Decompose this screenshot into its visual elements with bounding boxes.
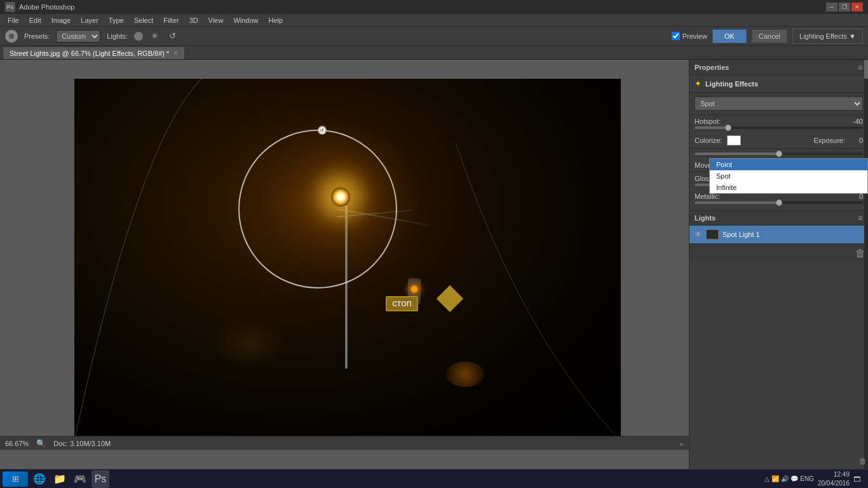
menu-view[interactable]: View <box>203 15 229 25</box>
light-source[interactable] <box>331 187 350 207</box>
canvas-statusbar: 66.67% 🔍 Doc: 3.10M/3.10M ⬦ <box>0 436 689 450</box>
ok-button[interactable]: OK <box>712 29 747 43</box>
document-tab[interactable]: Street Lights.jpg @ 66.7% (Light Effects… <box>3 46 185 59</box>
lighting-effects-header: ✦ Lighting Effects <box>689 75 868 93</box>
light-handle[interactable]: ↺ <box>318 126 327 135</box>
metallic-thumb[interactable] <box>776 200 782 206</box>
canvas-area[interactable]: ↺ СТОП 66.67% 🔍 <box>0 60 689 469</box>
panel-scrollbar[interactable] <box>864 60 868 469</box>
hotspot-label-row: Hotspot: -40 <box>695 118 863 125</box>
orange-glow <box>446 362 484 387</box>
titlebar: Ps Adobe Photoshop ─ ❐ ✕ <box>0 0 868 14</box>
refresh-icon[interactable]: ↺ <box>167 30 179 42</box>
menu-select[interactable]: Select <box>129 15 159 25</box>
taskbar-network-icon[interactable]: 📶 <box>771 475 779 482</box>
taskbar-explorer-icon[interactable]: 📁 <box>51 470 69 488</box>
photo-canvas[interactable]: ↺ СТОП <box>74 79 621 441</box>
hotspot-track[interactable] <box>695 126 863 129</box>
stop-sign: СТОП <box>386 296 418 311</box>
presets-select[interactable]: Custom <box>56 30 100 43</box>
tool-icon <box>5 30 18 43</box>
menu-layer[interactable]: Layer <box>76 15 104 25</box>
lighting-effects-dropdown-area: Lighting Effects ▼ <box>792 29 863 44</box>
taskbar-up-arrow[interactable]: △ <box>764 475 770 482</box>
light-circle[interactable] <box>238 130 397 288</box>
recycle-bin-icon[interactable]: 🗑 <box>859 457 867 466</box>
dropdown-option-infinite[interactable]: Infinite <box>710 182 867 193</box>
start-button[interactable]: ⊞ <box>3 471 28 487</box>
main-area: ↺ СТОП 66.67% 🔍 <box>0 60 868 469</box>
metallic-track[interactable] <box>695 201 863 204</box>
light-item-1[interactable]: 👁 Spot Light 1 <box>689 226 868 243</box>
preview-checkbox-area[interactable]: Preview <box>672 32 707 40</box>
tabbar: Street Lights.jpg @ 66.7% (Light Effects… <box>0 46 868 60</box>
menu-3d[interactable]: 3D <box>184 15 203 25</box>
color-swatch[interactable] <box>727 135 741 146</box>
taskbar-photoshop-icon[interactable]: Ps <box>92 470 109 488</box>
taskbar-browser-icon[interactable]: 🌐 <box>31 470 48 488</box>
optionsbar: Presets: Custom Lights: ✳ ↺ Preview OK C… <box>0 27 868 46</box>
taskbar-app3-icon[interactable]: 🎮 <box>71 470 89 488</box>
exposure-value: 0 <box>850 137 863 144</box>
taskbar-notification-icon[interactable]: 🗖 <box>853 475 860 483</box>
canvas-wrapper: ↺ СТОП <box>6 66 689 469</box>
taskbar-right-area: △ 📶 🔊 💬 ENG 12:49 20/04/2016 🗖 <box>764 470 865 488</box>
zoom-level: 66.67% <box>5 440 29 447</box>
sun-icon: ✦ <box>695 79 702 88</box>
menu-edit[interactable]: Edit <box>24 15 46 25</box>
minimize-button[interactable]: ─ <box>826 3 837 11</box>
menu-help[interactable]: Help <box>264 15 288 25</box>
taskbar: ⊞ 🌐 📁 🎮 Ps △ 📶 🔊 💬 ENG 12:49 20/04/2016 … <box>0 469 868 488</box>
taskbar-time-value: 12:49 <box>818 470 850 479</box>
hotspot-row: Hotspot: -40 <box>689 115 868 133</box>
preview-checkbox[interactable] <box>672 32 680 40</box>
menu-file[interactable]: File <box>3 15 24 25</box>
exposure-thumb[interactable] <box>776 151 782 157</box>
lighting-effects-dropdown-btn[interactable]: Lighting Effects ▼ <box>792 29 863 44</box>
menu-image[interactable]: Image <box>46 15 76 25</box>
hotspot-label: Hotspot: <box>695 118 721 125</box>
visibility-icon[interactable]: 👁 <box>695 230 702 239</box>
tab-close-icon[interactable]: ✕ <box>173 50 178 57</box>
exposure-slider-row <box>689 149 868 159</box>
dropdown-option-point[interactable]: Point <box>710 159 867 170</box>
taskbar-sys-icons: △ 📶 🔊 💬 ENG <box>764 475 814 482</box>
colorize-label: Colorize: <box>695 137 722 144</box>
lighting-effects-title: Lighting Effects <box>705 80 758 88</box>
restore-button[interactable]: ❐ <box>839 3 850 11</box>
add-light-icon[interactable] <box>134 32 143 41</box>
preview-label: Preview <box>682 32 707 40</box>
light-thumbnail <box>706 229 719 240</box>
menubar: File Edit Image Layer Type Select Filter… <box>0 14 868 27</box>
light-type-select[interactable]: Spot Point Infinite <box>695 97 863 111</box>
metallic-fill <box>695 201 779 204</box>
menu-type[interactable]: Type <box>104 15 129 25</box>
tree-shadow <box>211 318 287 369</box>
lights-menu-icon[interactable]: ≡ <box>858 213 863 223</box>
cancel-button[interactable]: Cancel <box>752 29 787 43</box>
taskbar-msg-icon[interactable]: 💬 <box>790 475 798 482</box>
hotspot-thumb[interactable] <box>725 125 731 131</box>
properties-menu-icon[interactable]: ≡ <box>858 62 863 72</box>
lights-bottom-bar: 🗑 <box>689 243 868 262</box>
right-panel: Properties ≡ ✦ Lighting Effects Spot Poi… <box>689 60 868 469</box>
tab-filename: Street Lights.jpg @ 66.7% (Light Effects… <box>10 50 169 57</box>
menu-window[interactable]: Window <box>228 15 263 25</box>
taskbar-lang[interactable]: ENG <box>800 475 814 482</box>
taskbar-volume-icon[interactable]: 🔊 <box>781 475 789 482</box>
close-button[interactable]: ✕ <box>851 3 863 11</box>
info-icon[interactable]: 🔍 <box>36 439 46 448</box>
scrollbar-thumb[interactable] <box>864 60 868 79</box>
lights-title: Lights <box>695 214 858 222</box>
properties-title: Properties <box>695 64 858 71</box>
exposure-label: Exposure: <box>813 137 845 144</box>
exposure-track[interactable] <box>695 152 863 155</box>
menu-filter[interactable]: Filter <box>158 15 184 25</box>
type-dropdown-popup[interactable]: Point Spot Infinite <box>709 158 868 194</box>
type-row: Spot Point Infinite <box>689 93 868 115</box>
traffic-amber-light <box>410 285 418 293</box>
dropdown-option-spot[interactable]: Spot <box>710 170 867 182</box>
colorize-row: Colorize: Exposure: 0 <box>689 133 868 149</box>
start-icon: ⊞ <box>12 474 19 484</box>
properties-header: Properties ≡ <box>689 60 868 75</box>
